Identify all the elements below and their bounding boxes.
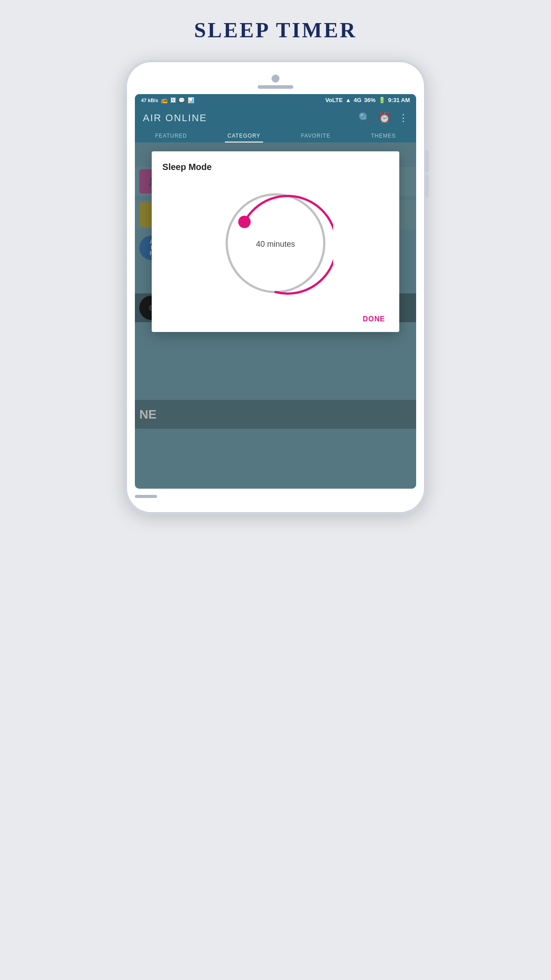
side-buttons: [425, 150, 429, 197]
dialog-title: Sleep Mode: [162, 162, 389, 172]
status-left: 47 kB/s 📻 🖼 💬 📊: [141, 97, 194, 103]
signal-bars: ▲: [345, 97, 351, 103]
app-bar: AIR ONLINE 🔍 ⏰ ⋮: [135, 106, 416, 128]
phone-screen: 47 kB/s 📻 🖼 💬 📊 VoLTE ▲ 4G 36% 🔋 9:31 AM…: [135, 94, 416, 489]
dialog-overlay: Sleep Mode 40 m: [135, 142, 416, 489]
status-bar: 47 kB/s 📻 🖼 💬 📊 VoLTE ▲ 4G 36% 🔋 9:31 AM: [135, 94, 416, 106]
timer-svg[interactable]: 40 minutes: [218, 186, 333, 301]
radio-icon: 📻: [161, 97, 168, 103]
search-icon[interactable]: 🔍: [358, 112, 370, 124]
phone-camera: [272, 75, 279, 83]
tab-favorite[interactable]: FAVORITE: [298, 128, 333, 142]
image-icon: 🖼: [170, 97, 176, 103]
tab-featured[interactable]: FEATURED: [153, 128, 190, 142]
tab-themes[interactable]: THEMES: [368, 128, 398, 142]
phone-frame: 47 kB/s 📻 🖼 💬 📊 VoLTE ▲ 4G 36% 🔋 9:31 AM…: [125, 60, 426, 514]
page-title: SLEEP TIMER: [194, 18, 357, 42]
clock: 9:31 AM: [388, 97, 410, 103]
timer-minutes-label: 40 minutes: [256, 240, 295, 249]
network-speed: 47 kB/s: [141, 98, 158, 103]
tab-category[interactable]: CATEGORY: [225, 128, 263, 142]
dialog-footer: DONE: [162, 310, 389, 325]
timer-circle-container[interactable]: 40 minutes: [162, 186, 389, 301]
sleep-mode-dialog: Sleep Mode 40 m: [152, 151, 399, 332]
data-icon: 4G: [354, 97, 361, 103]
done-button[interactable]: DONE: [359, 313, 389, 325]
more-icon[interactable]: ⋮: [398, 112, 408, 124]
phone-speaker: [258, 85, 293, 89]
app-bar-icons: 🔍 ⏰ ⋮: [358, 112, 408, 124]
battery-icon: 🔋: [378, 97, 386, 103]
alarm-icon[interactable]: ⏰: [378, 112, 390, 124]
signal-label: VoLTE: [325, 97, 342, 103]
status-right: VoLTE ▲ 4G 36% 🔋 9:31 AM: [325, 97, 410, 103]
app-title: AIR ONLINE: [143, 112, 207, 124]
timer-handle[interactable]: [238, 216, 251, 228]
screen-content: 🎵 Old Music A I R ⚙ NE: [135, 142, 416, 489]
home-indicator: [135, 495, 157, 498]
battery: 36%: [364, 97, 376, 103]
phone-top: [135, 75, 416, 89]
tabs-bar: FEATURED CATEGORY FAVORITE THEMES: [135, 128, 416, 142]
chart-icon: 📊: [188, 97, 194, 103]
chat-icon: 💬: [178, 97, 185, 103]
